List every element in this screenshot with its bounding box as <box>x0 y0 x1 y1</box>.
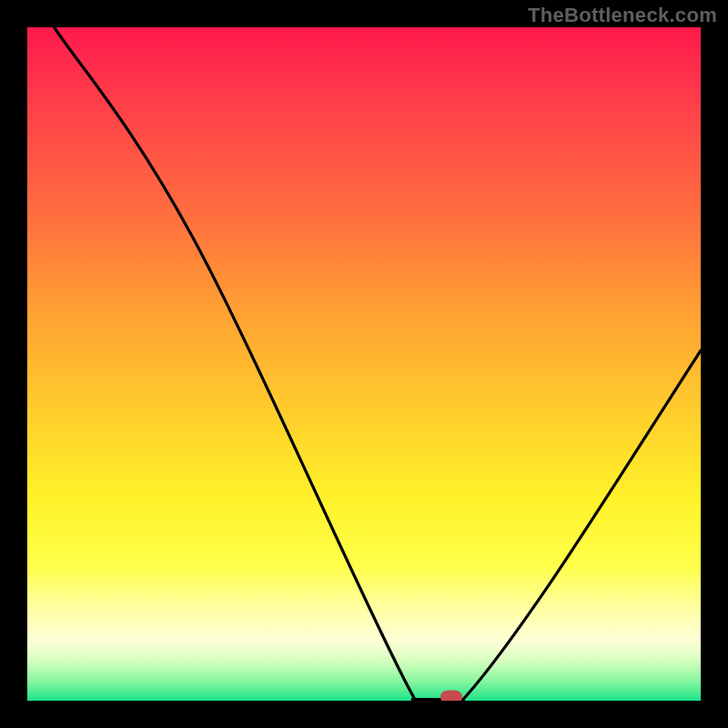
plot-area <box>27 27 701 701</box>
watermark-text: TheBottleneck.com <box>528 4 717 27</box>
gradient-background <box>27 27 701 701</box>
optimal-marker <box>440 691 462 702</box>
chart-frame: TheBottleneck.com <box>0 0 728 728</box>
